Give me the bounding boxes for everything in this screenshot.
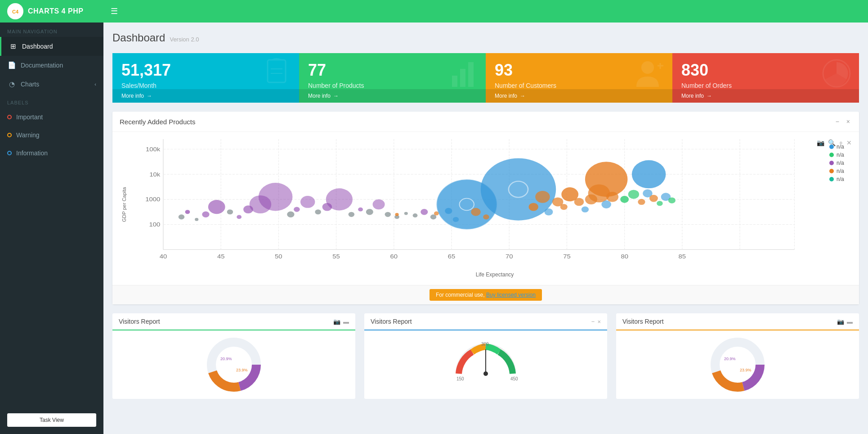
chart-legend: n/a n/a n/a bbox=[825, 139, 852, 270]
stat-card-orders: 830 Number of Orders More info → bbox=[672, 53, 859, 103]
svg-point-92 bbox=[628, 190, 639, 199]
stat-number-sales: 51,317 bbox=[121, 62, 171, 78]
svg-text:23.9%: 23.9% bbox=[236, 368, 248, 372]
camera-btn-3[interactable]: 📷 bbox=[837, 318, 844, 325]
stat-number-orders: 830 bbox=[681, 62, 732, 78]
gauge-chart: 150 300 450 bbox=[450, 338, 522, 383]
svg-text:C4: C4 bbox=[12, 9, 19, 14]
svg-point-74 bbox=[453, 217, 459, 222]
svg-text:55: 55 bbox=[332, 254, 340, 260]
visitors-report-3-title: Visitors Report bbox=[622, 318, 664, 325]
expand-button[interactable]: + bbox=[839, 139, 843, 146]
minimize-button[interactable]: − bbox=[834, 117, 841, 126]
labels-section-label: LABELS bbox=[0, 94, 103, 108]
svg-point-61 bbox=[366, 209, 373, 215]
sidebar-item-important[interactable]: Important bbox=[0, 108, 103, 126]
svg-point-47 bbox=[208, 200, 225, 214]
page-title: Dashboard bbox=[112, 32, 165, 44]
topbar: ☰ bbox=[103, 0, 868, 23]
chart-area: GDP per Capita bbox=[120, 139, 852, 270]
stat-number-products: 77 bbox=[308, 62, 364, 78]
products-icon bbox=[447, 58, 479, 96]
chevron-icon: ‹ bbox=[94, 81, 96, 87]
svg-point-65 bbox=[404, 212, 408, 215]
sidebar-item-dashboard[interactable]: ⊞ Dashboard bbox=[0, 37, 103, 56]
sidebar-item-information[interactable]: Information bbox=[0, 144, 103, 162]
svg-text:450: 450 bbox=[510, 376, 518, 381]
toggle-btn-3[interactable]: ▬ bbox=[847, 318, 853, 325]
menu-toggle-button[interactable]: ☰ bbox=[111, 6, 118, 16]
logo-text: CHARTS 4 PHP bbox=[28, 7, 83, 15]
stat-card-sales: 51,317 Sales/Month More info → bbox=[112, 53, 299, 103]
watermark-button[interactable]: For commercial use, Buy licensed version bbox=[430, 289, 542, 301]
panel-body-bubble: 📷 🔍 + ✕ GDP per Capita bbox=[112, 132, 859, 285]
task-view-button[interactable]: Task View bbox=[7, 413, 96, 427]
watermark-link[interactable]: Buy licensed version bbox=[486, 292, 536, 298]
svg-point-63 bbox=[385, 212, 391, 217]
camera-button[interactable]: 📷 bbox=[817, 139, 824, 146]
visitors-report-1-header: Visitors Report 📷 ▬ bbox=[112, 313, 355, 330]
svg-text:1000: 1000 bbox=[145, 196, 160, 203]
watermark-bar: For commercial use, Buy licensed version bbox=[112, 285, 859, 304]
svg-point-45 bbox=[195, 218, 198, 221]
customers-icon bbox=[634, 58, 666, 96]
camera-btn-1[interactable]: 📷 bbox=[333, 318, 340, 325]
svg-text:70: 70 bbox=[506, 254, 513, 260]
svg-text:60: 60 bbox=[390, 254, 398, 260]
svg-point-98 bbox=[668, 197, 676, 203]
watermark-text: For commercial use, bbox=[436, 292, 485, 298]
svg-point-58 bbox=[326, 188, 353, 210]
svg-point-66 bbox=[413, 213, 418, 217]
svg-point-55 bbox=[300, 196, 315, 208]
sidebar-item-charts[interactable]: ◔ Charts ‹ bbox=[0, 75, 103, 94]
svg-text:300: 300 bbox=[481, 342, 489, 347]
svg-point-43 bbox=[179, 214, 184, 219]
svg-point-90 bbox=[585, 162, 627, 197]
svg-point-71 bbox=[395, 213, 399, 216]
svg-point-82 bbox=[560, 204, 568, 210]
page-version: Version 2.0 bbox=[170, 36, 199, 43]
visitors-report-1-body: 20.9% 23.9% bbox=[112, 330, 355, 399]
svg-point-48 bbox=[227, 209, 233, 214]
svg-text:45: 45 bbox=[217, 254, 225, 260]
panel-header-bubble: Recently Added Products − × bbox=[112, 112, 859, 132]
minimize-btn-2[interactable]: − bbox=[591, 318, 595, 325]
svg-point-95 bbox=[649, 195, 658, 202]
zoom-button[interactable]: 🔍 bbox=[828, 139, 836, 146]
svg-rect-2 bbox=[268, 60, 286, 82]
svg-point-76 bbox=[483, 214, 489, 219]
svg-point-60 bbox=[358, 208, 363, 212]
legend-dot-green bbox=[829, 153, 834, 157]
sidebar: C4 CHARTS 4 PHP MAIN NAVIGATION ⊞ Dashbo… bbox=[0, 0, 103, 434]
svg-text:20.9%: 20.9% bbox=[724, 357, 736, 361]
sidebar-item-documentation[interactable]: 📄 Documentation bbox=[0, 56, 103, 75]
chart-close-button[interactable]: ✕ bbox=[846, 139, 852, 146]
svg-point-88 bbox=[601, 200, 611, 208]
visitor-controls-1: 📷 ▬ bbox=[333, 318, 349, 325]
documentation-icon: 📄 bbox=[7, 61, 16, 69]
svg-point-96 bbox=[657, 201, 662, 206]
svg-text:75: 75 bbox=[563, 254, 571, 260]
sidebar-label-warning: Warning bbox=[16, 131, 40, 139]
toggle-btn-1[interactable]: ▬ bbox=[343, 318, 349, 325]
visitors-report-2-title: Visitors Report bbox=[371, 318, 412, 325]
svg-point-67 bbox=[421, 209, 428, 215]
svg-point-8 bbox=[641, 61, 654, 74]
svg-point-93 bbox=[638, 199, 645, 205]
important-dot-icon bbox=[7, 115, 12, 119]
svg-text:150: 150 bbox=[456, 376, 464, 381]
svg-point-56 bbox=[315, 209, 321, 214]
svg-text:100: 100 bbox=[149, 222, 160, 228]
stat-label-products: Number of Products bbox=[308, 82, 364, 89]
svg-point-72 bbox=[434, 212, 439, 216]
legend-item-green: n/a bbox=[829, 152, 847, 158]
visitors-report-3: Visitors Report 📷 ▬ 20.9% 23.9% bbox=[616, 313, 859, 399]
svg-point-99 bbox=[632, 160, 666, 188]
close-button[interactable]: × bbox=[845, 117, 852, 126]
visitors-report-2: Visitors Report − × bbox=[364, 313, 607, 399]
svg-text:40: 40 bbox=[160, 254, 167, 260]
svg-rect-6 bbox=[460, 69, 465, 87]
sidebar-item-warning[interactable]: Warning bbox=[0, 126, 103, 144]
close-btn-2[interactable]: × bbox=[597, 318, 601, 325]
svg-text:23.9%: 23.9% bbox=[740, 368, 752, 372]
